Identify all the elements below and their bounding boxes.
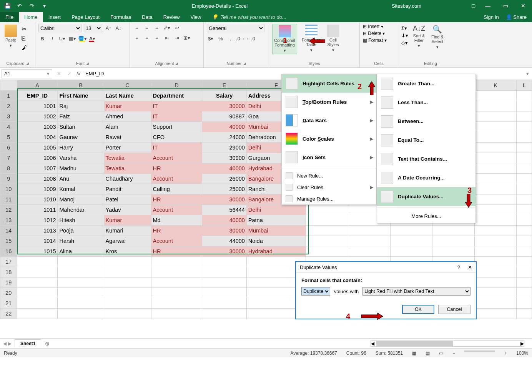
number-format-select[interactable]: General bbox=[207, 24, 264, 32]
find-select-button[interactable]: 🔍 Find & Select▾ bbox=[430, 24, 445, 50]
cell[interactable]: Chaudhary bbox=[104, 174, 151, 184]
cell[interactable]: 1008 bbox=[17, 174, 58, 184]
zoom-in-button[interactable]: + bbox=[504, 350, 507, 356]
cell[interactable]: Tewatia bbox=[104, 153, 151, 163]
cell[interactable]: Pooja bbox=[58, 226, 104, 236]
cell[interactable] bbox=[17, 267, 58, 277]
align-center-icon[interactable]: ≡ bbox=[143, 34, 151, 42]
cell[interactable] bbox=[348, 236, 390, 246]
cell[interactable]: 1007 bbox=[17, 163, 58, 174]
cell[interactable] bbox=[104, 288, 151, 298]
cell[interactable]: Harry bbox=[58, 143, 104, 153]
cell[interactable] bbox=[306, 236, 348, 246]
cell[interactable] bbox=[517, 267, 532, 277]
row-header[interactable]: 10 bbox=[0, 184, 17, 194]
minimize-button[interactable]: — bbox=[479, 0, 497, 12]
cell[interactable] bbox=[474, 205, 517, 215]
cell[interactable] bbox=[58, 309, 104, 319]
cell[interactable] bbox=[348, 226, 390, 236]
cell[interactable] bbox=[517, 257, 532, 267]
cell[interactable]: 1011 bbox=[17, 205, 58, 215]
cell[interactable]: 1005 bbox=[17, 143, 58, 153]
col-header[interactable]: D bbox=[151, 80, 202, 91]
row-header[interactable]: 9 bbox=[0, 174, 17, 184]
header-cell[interactable]: EMP_ID bbox=[17, 91, 58, 101]
cell[interactable] bbox=[517, 226, 532, 236]
cell[interactable] bbox=[202, 309, 246, 319]
cell[interactable]: Account bbox=[151, 174, 202, 184]
decrease-decimal-icon[interactable]: ←.0 bbox=[247, 35, 254, 42]
header-cell[interactable]: Department bbox=[151, 91, 202, 101]
currency-icon[interactable]: $▾ bbox=[207, 35, 214, 42]
autosum-icon[interactable]: Σ▾ bbox=[401, 25, 408, 31]
cell[interactable]: 1001 bbox=[17, 101, 58, 111]
cell[interactable]: Madhu bbox=[58, 163, 104, 174]
paste-button[interactable]: Paste▾ bbox=[3, 24, 18, 49]
more-rules[interactable]: More Rules... bbox=[377, 209, 475, 223]
cell[interactable] bbox=[202, 267, 246, 277]
row-header[interactable]: 12 bbox=[0, 205, 17, 215]
cell[interactable]: Komal bbox=[58, 184, 104, 194]
header-cell[interactable]: Last Name bbox=[104, 91, 151, 101]
cell[interactable]: Kumari bbox=[104, 226, 151, 236]
bold-icon[interactable]: B bbox=[38, 35, 46, 42]
cf-clear-rules[interactable]: Clear Rules▶ bbox=[282, 181, 376, 193]
cell[interactable] bbox=[151, 257, 202, 267]
cell[interactable] bbox=[474, 288, 517, 298]
cell[interactable] bbox=[517, 122, 532, 132]
tab-page-layout[interactable]: Page Layout bbox=[66, 12, 105, 22]
cell[interactable] bbox=[58, 277, 104, 288]
cell[interactable]: CFO bbox=[151, 132, 202, 143]
row-header[interactable]: 14 bbox=[0, 226, 17, 236]
cell[interactable]: IT bbox=[151, 143, 202, 153]
cell[interactable] bbox=[17, 309, 58, 319]
cell[interactable]: Support bbox=[151, 122, 202, 132]
cell[interactable]: HR bbox=[151, 194, 202, 205]
cell[interactable]: IT bbox=[151, 101, 202, 111]
format-cells-button[interactable]: ▦ Format ▾ bbox=[363, 38, 387, 43]
cell[interactable] bbox=[432, 246, 475, 257]
rule-greater-than[interactable]: Greater Than... bbox=[377, 74, 475, 93]
merge-icon[interactable]: ⊞▾ bbox=[183, 34, 191, 42]
redo-icon[interactable]: ↷ bbox=[28, 2, 35, 9]
expand-formula-icon[interactable]: ▾ bbox=[523, 71, 532, 76]
border-icon[interactable]: ▦▾ bbox=[68, 35, 76, 42]
grow-font-icon[interactable]: A↑ bbox=[105, 24, 112, 32]
cell[interactable] bbox=[58, 257, 104, 267]
fill-icon[interactable]: ⬇▾ bbox=[401, 33, 408, 38]
cell[interactable] bbox=[390, 246, 432, 257]
restore-button[interactable]: ▭ bbox=[497, 0, 514, 12]
sheet-nav-next-icon[interactable]: ▶ bbox=[8, 341, 12, 346]
cell[interactable] bbox=[151, 309, 202, 319]
row-header[interactable]: 18 bbox=[0, 267, 17, 277]
cell[interactable]: Porter bbox=[104, 143, 151, 153]
col-header[interactable]: B bbox=[58, 80, 104, 91]
cell[interactable]: 24000 bbox=[202, 132, 246, 143]
zoom-level[interactable]: 100% bbox=[516, 350, 528, 356]
cell[interactable]: Rawat bbox=[104, 132, 151, 143]
cell[interactable]: Gaurav bbox=[58, 132, 104, 143]
rule-equal-to[interactable]: Equal To... bbox=[377, 131, 475, 149]
cf-data-bars[interactable]: Data Bars▶ bbox=[282, 111, 376, 130]
cell[interactable] bbox=[517, 277, 532, 288]
cell[interactable] bbox=[517, 163, 532, 174]
cell[interactable] bbox=[474, 309, 517, 319]
cell[interactable]: Account bbox=[151, 236, 202, 246]
cell[interactable]: Kros bbox=[104, 246, 151, 257]
align-right-icon[interactable]: ≡ bbox=[153, 34, 161, 42]
cell[interactable]: 30000 bbox=[202, 194, 246, 205]
col-header[interactable]: C bbox=[104, 80, 151, 91]
cell[interactable] bbox=[58, 288, 104, 298]
ribbon-options-icon[interactable]: ▢ bbox=[471, 3, 479, 8]
cell[interactable] bbox=[474, 174, 517, 184]
align-top-icon[interactable]: ≡ bbox=[133, 24, 141, 32]
cell[interactable]: Faiz bbox=[58, 111, 104, 122]
cell[interactable] bbox=[306, 226, 348, 236]
cell[interactable]: Delhi bbox=[246, 205, 306, 215]
cell[interactable] bbox=[348, 246, 390, 257]
rule-less-than[interactable]: Less Than... bbox=[377, 93, 475, 112]
row-header[interactable]: 16 bbox=[0, 246, 17, 257]
cell[interactable]: Alam bbox=[104, 122, 151, 132]
indent-decrease-icon[interactable]: ⇤ bbox=[163, 34, 171, 42]
cell[interactable] bbox=[474, 101, 517, 111]
